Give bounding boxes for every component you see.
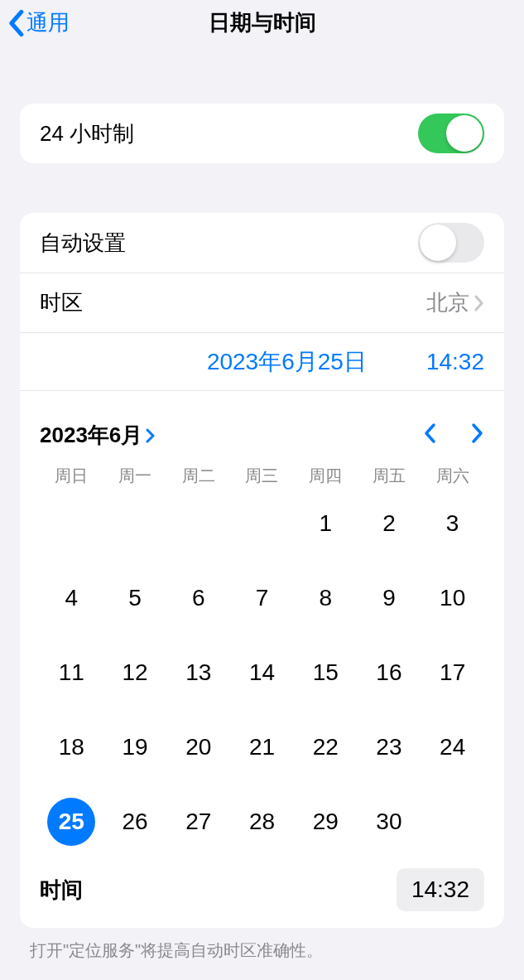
calendar-day[interactable]: 28 — [230, 797, 294, 847]
weekday-header: 周日周一周二周三周四周五周六 — [40, 465, 484, 487]
calendar-day[interactable]: 14 — [230, 648, 294, 698]
month-picker[interactable]: 2023年6月 — [40, 421, 156, 450]
selected-date[interactable]: 2023年6月25日 — [207, 346, 367, 378]
time-picker[interactable]: 14:32 — [397, 868, 484, 911]
calendar-day[interactable]: 25 — [40, 797, 103, 847]
days-grid: 1234567891011121314151617181920212223242… — [40, 499, 484, 847]
auto-set-label: 自动设置 — [40, 229, 126, 258]
chevron-right-icon — [471, 422, 484, 444]
weekday-label: 周日 — [40, 465, 103, 487]
timezone-row[interactable]: 时区 北京 — [20, 273, 504, 332]
chevron-right-icon — [474, 295, 484, 311]
footnote: 打开"定位服务"将提高自动时区准确性。 — [0, 928, 524, 962]
twenty-four-hour-row: 24 小时制 — [20, 104, 504, 163]
chevron-left-icon — [423, 422, 436, 444]
calendar-day[interactable]: 29 — [294, 797, 358, 847]
next-month-button[interactable] — [471, 422, 484, 450]
calendar-day[interactable]: 13 — [166, 648, 230, 698]
weekday-label: 周五 — [358, 465, 421, 487]
weekday-label: 周一 — [103, 465, 167, 487]
calendar-day[interactable]: 16 — [358, 648, 421, 698]
calendar: 2023年6月 周日周一周二周三周四周五周六 12345678 — [20, 390, 504, 928]
calendar-day[interactable]: 11 — [40, 648, 103, 698]
weekday-label: 周三 — [230, 465, 294, 487]
timezone-label: 时区 — [40, 288, 83, 317]
calendar-day[interactable]: 5 — [103, 573, 167, 623]
calendar-day[interactable]: 15 — [294, 648, 358, 698]
calendar-day[interactable]: 8 — [294, 573, 358, 623]
calendar-blank — [40, 499, 103, 548]
calendar-day[interactable]: 7 — [230, 573, 294, 623]
calendar-day[interactable]: 12 — [103, 648, 167, 698]
calendar-day[interactable]: 10 — [421, 573, 484, 623]
timezone-value: 北京 — [426, 288, 469, 317]
calendar-day[interactable]: 19 — [103, 722, 167, 772]
calendar-day[interactable]: 24 — [421, 722, 484, 772]
chevron-left-icon — [7, 9, 25, 37]
calendar-day[interactable]: 22 — [294, 722, 358, 772]
calendar-day[interactable]: 17 — [421, 648, 484, 698]
chevron-right-icon — [146, 428, 156, 443]
calendar-blank — [166, 499, 230, 548]
twenty-four-hour-toggle[interactable] — [418, 113, 484, 153]
calendar-day[interactable]: 18 — [40, 722, 103, 772]
weekday-label: 周四 — [294, 465, 358, 487]
calendar-blank — [103, 499, 167, 548]
calendar-day[interactable]: 21 — [230, 722, 294, 772]
selected-datetime-row: 2023年6月25日 14:32 — [20, 332, 504, 390]
calendar-blank — [230, 499, 294, 548]
calendar-day[interactable]: 23 — [358, 722, 421, 772]
calendar-day[interactable]: 2 — [358, 499, 421, 548]
auto-set-toggle[interactable] — [418, 223, 484, 263]
selected-time[interactable]: 14:32 — [426, 349, 484, 375]
calendar-day[interactable]: 1 — [294, 499, 358, 548]
calendar-day[interactable]: 3 — [421, 499, 484, 548]
calendar-day[interactable]: 6 — [166, 573, 230, 623]
calendar-day[interactable]: 30 — [358, 797, 421, 847]
twenty-four-hour-label: 24 小时制 — [40, 119, 134, 148]
calendar-day[interactable]: 27 — [166, 797, 230, 847]
page-title: 日期与时间 — [209, 8, 316, 37]
calendar-day[interactable]: 9 — [358, 573, 421, 623]
prev-month-button[interactable] — [423, 422, 436, 450]
calendar-day[interactable]: 4 — [40, 573, 103, 623]
back-button[interactable]: 通用 — [7, 8, 70, 37]
weekday-label: 周二 — [166, 465, 230, 487]
time-label: 时间 — [40, 876, 83, 905]
weekday-label: 周六 — [421, 465, 484, 487]
month-label: 2023年6月 — [40, 421, 142, 450]
back-label: 通用 — [26, 8, 70, 37]
calendar-day[interactable]: 20 — [166, 722, 230, 772]
calendar-day[interactable]: 26 — [103, 797, 167, 847]
auto-set-row: 自动设置 — [20, 213, 504, 273]
